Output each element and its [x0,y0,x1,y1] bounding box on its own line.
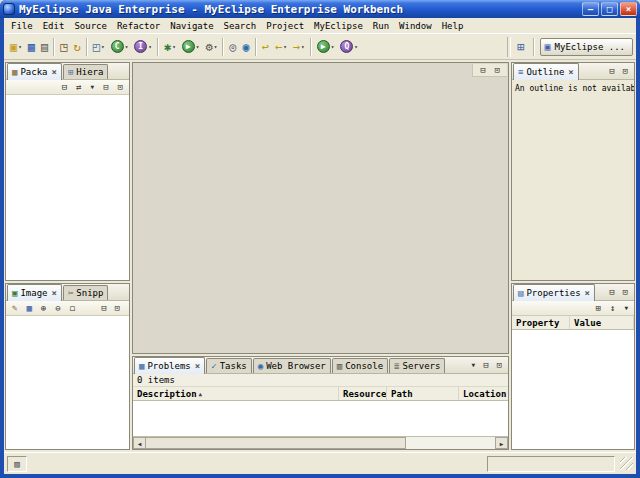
resize-grip-icon[interactable] [620,457,633,470]
scroll-left-button[interactable]: ◀ [133,437,146,449]
new-wizard-button[interactable]: ▣▾ [7,37,25,57]
editor-window-buttons: ⊟ ⊡ [472,64,507,77]
external-tools-button[interactable]: ⚙▾ [202,37,220,57]
sort-button[interactable]: ↕ [607,301,618,315]
tab-label: Outline [526,67,564,77]
scroll-right-button[interactable]: ▶ [495,437,508,449]
close-icon[interactable]: × [568,67,573,77]
menu-myeclipse[interactable]: MyEclipse [309,20,368,32]
zoom-out-button[interactable]: ⊖ [52,301,63,315]
tab-hierarchy[interactable]: ⊞ Hiera [63,64,109,79]
menu-window[interactable]: Window [394,20,437,32]
menu-help[interactable]: Help [437,20,469,32]
close-icon[interactable]: × [585,288,590,298]
show-categories-button[interactable]: ⊞ [593,301,604,315]
maximize-view-button[interactable]: ⊡ [620,285,631,299]
tab-package-explorer[interactable]: ▦ Packa × [7,63,62,80]
minimize-button[interactable]: — [582,2,599,16]
run-on-server-button[interactable]: ▶▾ [314,37,338,57]
open-perspective-button[interactable]: ⊞ [514,37,527,57]
quick-launch-button[interactable]: Q▾ [337,37,361,57]
column-path[interactable]: Path [387,387,459,400]
view-menu-button[interactable]: ▼ [469,358,479,372]
menu-edit[interactable]: Edit [38,20,70,32]
close-icon[interactable]: × [52,67,57,77]
minimize-view-button[interactable]: ⊟ [100,80,111,94]
collapse-all-button[interactable]: ⊟ [59,80,70,94]
maximize-view-button[interactable]: ⊡ [620,64,631,78]
maximize-editor-button[interactable]: ⊡ [492,63,503,77]
column-property[interactable]: Property [512,316,570,329]
export-button[interactable]: ◳ [57,37,70,57]
minimize-view-button[interactable]: ⊟ [606,64,617,78]
chevron-down-icon: ▾ [331,43,335,50]
last-edit-location-button[interactable]: ↩ [259,37,272,57]
column-value[interactable]: Value [570,316,634,329]
minimize-view-button[interactable]: ⊟ [480,358,491,372]
minimize-view-button[interactable]: ⊟ [98,301,109,315]
forward-icon: → [293,41,300,53]
back-button[interactable]: ←▾ [272,37,290,57]
tab-console[interactable]: ▥ Console [332,358,388,373]
tab-image[interactable]: ▣ Image × [7,284,62,301]
save-button[interactable]: ▦ [25,37,38,57]
search-button[interactable]: ◎ [226,37,239,57]
new-class-button[interactable]: C▾ [108,37,132,57]
menu-source[interactable]: Source [69,20,112,32]
sort-ascending-icon: ▲ [199,390,203,397]
scrollbar-thumb[interactable] [146,437,406,449]
link-with-editor-button[interactable]: ⇄ [73,80,84,94]
menu-file[interactable]: File [6,20,38,32]
image-icon: ▣ [12,289,17,298]
close-button[interactable]: × [620,2,637,16]
web-browser-button[interactable]: ◉ [239,37,252,57]
tab-web-browser[interactable]: ◉ Web Browser [253,358,331,373]
forward-button[interactable]: →▾ [290,37,308,57]
tab-tasks[interactable]: ✓ Tasks [206,358,252,373]
menu-run[interactable]: Run [368,20,394,32]
print-button[interactable]: ▤ [38,37,51,57]
column-resource[interactable]: Resource [339,387,387,400]
tab-label: Packa [20,67,47,77]
column-description[interactable]: Description ▲ [133,387,339,400]
zoom-in-button[interactable]: ⊕ [38,301,49,315]
paint-button[interactable]: ✎ [9,301,20,315]
properties-tabrow: ▤ Properties × ⊟ ⊡ [512,284,634,301]
package-explorer-tree [6,95,129,280]
maximize-view-button[interactable]: ⊡ [112,301,123,315]
view-menu-button[interactable]: ▼ [621,301,631,315]
menu-search[interactable]: Search [219,20,262,32]
outline-content: An outline is not available. [512,80,634,280]
new-java-project-button[interactable]: ◰▾ [90,37,108,57]
new-interface-button[interactable]: I▾ [131,37,155,57]
view-menu-button[interactable]: ▼ [88,80,98,94]
debug-button[interactable]: ✱▾ [161,37,179,57]
myeclipse-perspective-icon: ▣ [545,41,551,52]
column-location[interactable]: Location [459,387,508,400]
close-icon[interactable]: × [195,361,200,371]
maximize-view-button[interactable]: ⊡ [494,358,505,372]
menu-refactor[interactable]: Refactor [112,20,165,32]
minimize-editor-button[interactable]: ⊟ [477,63,488,77]
fast-view-icon[interactable]: ▨ [7,456,27,472]
menu-project[interactable]: Project [261,20,309,32]
close-icon[interactable]: × [52,288,57,298]
maximize-view-button[interactable]: ⊡ [115,80,126,94]
chevron-down-icon: ▾ [148,43,152,50]
tab-snippets[interactable]: ✂ Snipp [63,285,109,300]
grid-button[interactable]: ▦ [23,301,34,315]
tab-outline[interactable]: ≡ Outline × [513,63,579,80]
actual-size-button[interactable]: ◻ [67,301,78,315]
horizontal-scrollbar: ◀ ▶ [133,436,508,449]
tab-properties[interactable]: ▤ Properties × [513,284,595,301]
app-icon[interactable] [3,3,15,15]
maximize-button[interactable]: □ [601,2,618,16]
refresh-button[interactable]: ↻ [71,37,84,57]
perspective-myeclipse-button[interactable]: ▣ MyEclipse ... [540,38,633,56]
tab-problems[interactable]: ▦ Problems × [134,357,205,374]
tab-servers[interactable]: ≣ Servers [389,358,445,373]
minimize-view-button[interactable]: ⊟ [606,285,617,299]
run-button[interactable]: ▶▾ [179,37,203,57]
menu-navigate[interactable]: Navigate [165,20,218,32]
scrollbar-track[interactable] [406,437,495,449]
